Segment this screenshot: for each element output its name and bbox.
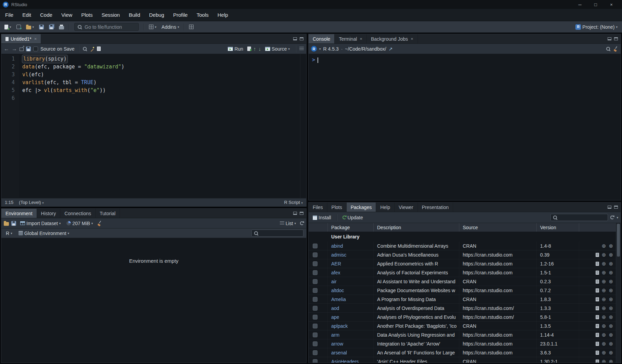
save-button[interactable] (37, 23, 46, 31)
minimize-pane-icon[interactable] (293, 212, 297, 215)
minimize-pane-icon[interactable] (608, 206, 611, 209)
remove-package-icon[interactable]: ⊗ (609, 350, 613, 355)
browse-website-icon[interactable]: ⊕ (602, 341, 606, 346)
browse-website-icon[interactable]: ⊕ (602, 261, 606, 266)
language-selector[interactable]: R ▾ (4, 229, 14, 238)
header-description[interactable]: Description (374, 223, 459, 232)
tab-plots[interactable]: Plots (327, 203, 347, 212)
remove-package-icon[interactable]: ⊗ (609, 270, 613, 275)
view-mode-button[interactable]: List ▾ (278, 219, 298, 228)
manual-icon[interactable] (596, 297, 599, 301)
package-link[interactable]: abind (331, 243, 343, 249)
packages-search-input[interactable] (550, 214, 608, 221)
tab-tutorial[interactable]: Tutorial (96, 209, 120, 218)
package-link[interactable]: air (331, 279, 337, 284)
popout-icon[interactable] (20, 48, 24, 51)
browse-website-icon[interactable]: ⊕ (602, 279, 606, 284)
manual-icon[interactable] (596, 253, 599, 257)
package-link[interactable]: Amelia (331, 297, 346, 302)
remove-package-icon[interactable]: ⊗ (609, 243, 613, 248)
addins-button[interactable]: Addins ▾ (160, 23, 181, 31)
package-checkbox[interactable] (313, 244, 318, 248)
manual-icon[interactable] (596, 315, 599, 319)
clear-console-icon[interactable] (613, 46, 618, 51)
tab-history[interactable]: History (37, 209, 61, 218)
run-next-icon[interactable]: ↓ (259, 46, 261, 51)
package-link[interactable]: arsenal (331, 350, 347, 355)
package-link[interactable]: AsioHeaders (331, 359, 359, 363)
package-checkbox[interactable] (313, 261, 318, 266)
maximize-pane-icon[interactable] (614, 206, 618, 209)
scope-selector[interactable]: (Top Level) ▾ (19, 200, 43, 205)
refresh-icon[interactable] (300, 221, 304, 225)
search-console-icon[interactable] (606, 47, 611, 51)
package-checkbox[interactable] (313, 279, 318, 284)
header-version[interactable]: Version (537, 223, 579, 232)
package-link[interactable]: ape (331, 314, 339, 320)
manual-icon[interactable] (596, 333, 599, 337)
browse-website-icon[interactable]: ⊕ (602, 323, 606, 328)
menu-profile[interactable]: Profile (169, 9, 192, 21)
code-tools-icon[interactable] (90, 47, 95, 51)
environment-search-input[interactable] (251, 230, 303, 237)
new-project-button[interactable] (15, 23, 23, 31)
package-link[interactable]: altdoc (331, 288, 344, 293)
package-checkbox[interactable] (313, 306, 318, 311)
package-link[interactable]: arrow (331, 341, 343, 347)
package-checkbox[interactable] (313, 297, 318, 302)
package-link[interactable]: afex (331, 270, 340, 275)
header-source[interactable]: Source (459, 223, 537, 232)
manual-icon[interactable] (596, 271, 599, 275)
manual-icon[interactable] (596, 262, 599, 266)
remove-package-icon[interactable]: ⊗ (609, 341, 613, 346)
project-menu-button[interactable]: R Project: (None) ▾ (574, 23, 619, 31)
goto-file-input[interactable]: Go to file/function (74, 23, 139, 31)
menu-edit[interactable]: Edit (18, 9, 36, 21)
browse-website-icon[interactable]: ⊕ (602, 252, 606, 257)
refresh-packages-icon[interactable] (610, 216, 614, 219)
menu-help[interactable]: Help (213, 9, 233, 21)
package-checkbox[interactable] (313, 270, 318, 275)
back-icon[interactable]: ← (4, 46, 9, 52)
caret-down-icon[interactable]: ▾ (617, 216, 618, 219)
open-file-button[interactable]: ▾ (24, 23, 36, 31)
menu-file[interactable]: File (1, 9, 18, 21)
menu-tools[interactable]: Tools (192, 9, 213, 21)
document-outline-icon[interactable] (299, 47, 304, 51)
source-on-save-checkbox[interactable] (33, 47, 38, 51)
browse-website-icon[interactable]: ⊕ (602, 306, 606, 311)
remove-package-icon[interactable]: ⊗ (609, 359, 613, 363)
menu-build[interactable]: Build (124, 9, 145, 21)
goto-directory-icon[interactable]: ↗ (389, 47, 393, 51)
compile-report-icon[interactable] (97, 47, 101, 51)
tab-presentation[interactable]: Presentation (418, 203, 453, 212)
minimize-window-button[interactable]: ─ (572, 0, 588, 9)
minimize-pane-icon[interactable] (608, 37, 611, 40)
tab-files[interactable]: Files (309, 203, 327, 212)
remove-package-icon[interactable]: ⊗ (609, 314, 613, 320)
menu-session[interactable]: Session (97, 9, 124, 21)
package-link[interactable]: aplpack (331, 323, 348, 329)
run-button[interactable]: Run (226, 44, 245, 53)
tab-viewer[interactable]: Viewer (395, 203, 418, 212)
close-tab-icon[interactable]: × (411, 36, 413, 41)
package-link[interactable]: admisc (331, 252, 346, 258)
remove-package-icon[interactable]: ⊗ (609, 279, 613, 284)
environment-scope-selector[interactable]: Global Environment ▾ (17, 229, 71, 238)
memory-usage-button[interactable]: 207 MiB ▾ (65, 219, 95, 228)
file-type-selector[interactable]: R Script ▾ (284, 200, 303, 205)
package-checkbox[interactable] (313, 341, 318, 346)
print-button[interactable] (57, 23, 66, 31)
maximize-pane-icon[interactable] (614, 37, 618, 40)
browse-website-icon[interactable]: ⊕ (602, 350, 606, 355)
maximize-window-button[interactable]: □ (588, 0, 604, 9)
source-button[interactable]: Source ▾ (263, 44, 291, 53)
header-package[interactable]: Package (328, 223, 374, 232)
run-previous-icon[interactable]: ↑ (253, 46, 256, 51)
new-file-button[interactable]: ▾ (3, 23, 13, 31)
menu-code[interactable]: Code (36, 9, 57, 21)
tab-environment[interactable]: Environment (1, 209, 37, 218)
clear-workspace-icon[interactable] (97, 221, 102, 226)
package-link[interactable]: arm (331, 332, 339, 338)
code-editor[interactable]: 123456 library(spicy)data(efc, package =… (1, 54, 306, 198)
